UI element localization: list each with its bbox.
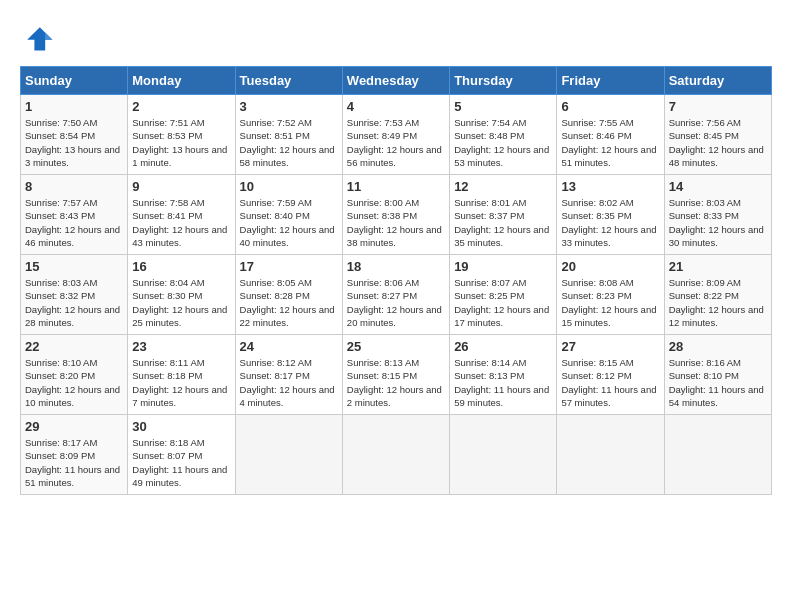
day-number: 18 xyxy=(347,259,445,274)
calendar-cell: 30 Sunrise: 8:18 AMSunset: 8:07 PMDaylig… xyxy=(128,415,235,495)
calendar-cell: 18 Sunrise: 8:06 AMSunset: 8:27 PMDaylig… xyxy=(342,255,449,335)
calendar-cell: 22 Sunrise: 8:10 AMSunset: 8:20 PMDaylig… xyxy=(21,335,128,415)
day-number: 7 xyxy=(669,99,767,114)
day-number: 12 xyxy=(454,179,552,194)
day-info: Sunrise: 8:03 AMSunset: 8:33 PMDaylight:… xyxy=(669,196,767,249)
day-info: Sunrise: 8:06 AMSunset: 8:27 PMDaylight:… xyxy=(347,276,445,329)
day-info: Sunrise: 8:00 AMSunset: 8:38 PMDaylight:… xyxy=(347,196,445,249)
calendar-cell: 14 Sunrise: 8:03 AMSunset: 8:33 PMDaylig… xyxy=(664,175,771,255)
calendar-cell: 4 Sunrise: 7:53 AMSunset: 8:49 PMDayligh… xyxy=(342,95,449,175)
calendar-cell: 11 Sunrise: 8:00 AMSunset: 8:38 PMDaylig… xyxy=(342,175,449,255)
day-info: Sunrise: 8:16 AMSunset: 8:10 PMDaylight:… xyxy=(669,356,767,409)
calendar-cell: 13 Sunrise: 8:02 AMSunset: 8:35 PMDaylig… xyxy=(557,175,664,255)
day-info: Sunrise: 7:58 AMSunset: 8:41 PMDaylight:… xyxy=(132,196,230,249)
day-number: 2 xyxy=(132,99,230,114)
calendar-cell xyxy=(342,415,449,495)
calendar-cell: 1 Sunrise: 7:50 AMSunset: 8:54 PMDayligh… xyxy=(21,95,128,175)
day-info: Sunrise: 7:54 AMSunset: 8:48 PMDaylight:… xyxy=(454,116,552,169)
day-number: 13 xyxy=(561,179,659,194)
day-info: Sunrise: 8:03 AMSunset: 8:32 PMDaylight:… xyxy=(25,276,123,329)
calendar-cell: 2 Sunrise: 7:51 AMSunset: 8:53 PMDayligh… xyxy=(128,95,235,175)
day-number: 23 xyxy=(132,339,230,354)
day-number: 10 xyxy=(240,179,338,194)
calendar-cell xyxy=(664,415,771,495)
calendar-week-4: 22 Sunrise: 8:10 AMSunset: 8:20 PMDaylig… xyxy=(21,335,772,415)
calendar-cell: 10 Sunrise: 7:59 AMSunset: 8:40 PMDaylig… xyxy=(235,175,342,255)
day-number: 30 xyxy=(132,419,230,434)
day-number: 20 xyxy=(561,259,659,274)
calendar-cell: 9 Sunrise: 7:58 AMSunset: 8:41 PMDayligh… xyxy=(128,175,235,255)
day-info: Sunrise: 8:07 AMSunset: 8:25 PMDaylight:… xyxy=(454,276,552,329)
day-info: Sunrise: 8:17 AMSunset: 8:09 PMDaylight:… xyxy=(25,436,123,489)
calendar-cell: 5 Sunrise: 7:54 AMSunset: 8:48 PMDayligh… xyxy=(450,95,557,175)
calendar-cell xyxy=(557,415,664,495)
calendar-cell: 16 Sunrise: 8:04 AMSunset: 8:30 PMDaylig… xyxy=(128,255,235,335)
calendar-cell: 3 Sunrise: 7:52 AMSunset: 8:51 PMDayligh… xyxy=(235,95,342,175)
calendar-table: SundayMondayTuesdayWednesdayThursdayFrid… xyxy=(20,66,772,495)
day-number: 16 xyxy=(132,259,230,274)
calendar-cell: 27 Sunrise: 8:15 AMSunset: 8:12 PMDaylig… xyxy=(557,335,664,415)
day-number: 26 xyxy=(454,339,552,354)
calendar-cell: 19 Sunrise: 8:07 AMSunset: 8:25 PMDaylig… xyxy=(450,255,557,335)
calendar-week-1: 1 Sunrise: 7:50 AMSunset: 8:54 PMDayligh… xyxy=(21,95,772,175)
day-number: 4 xyxy=(347,99,445,114)
weekday-header-saturday: Saturday xyxy=(664,67,771,95)
day-info: Sunrise: 7:57 AMSunset: 8:43 PMDaylight:… xyxy=(25,196,123,249)
weekday-header-monday: Monday xyxy=(128,67,235,95)
calendar-week-2: 8 Sunrise: 7:57 AMSunset: 8:43 PMDayligh… xyxy=(21,175,772,255)
day-number: 17 xyxy=(240,259,338,274)
day-info: Sunrise: 8:05 AMSunset: 8:28 PMDaylight:… xyxy=(240,276,338,329)
calendar-cell: 29 Sunrise: 8:17 AMSunset: 8:09 PMDaylig… xyxy=(21,415,128,495)
day-info: Sunrise: 7:50 AMSunset: 8:54 PMDaylight:… xyxy=(25,116,123,169)
calendar-cell: 25 Sunrise: 8:13 AMSunset: 8:15 PMDaylig… xyxy=(342,335,449,415)
day-info: Sunrise: 7:56 AMSunset: 8:45 PMDaylight:… xyxy=(669,116,767,169)
calendar-cell: 24 Sunrise: 8:12 AMSunset: 8:17 PMDaylig… xyxy=(235,335,342,415)
day-info: Sunrise: 8:04 AMSunset: 8:30 PMDaylight:… xyxy=(132,276,230,329)
calendar-cell: 21 Sunrise: 8:09 AMSunset: 8:22 PMDaylig… xyxy=(664,255,771,335)
day-info: Sunrise: 7:59 AMSunset: 8:40 PMDaylight:… xyxy=(240,196,338,249)
logo xyxy=(20,20,62,56)
day-number: 29 xyxy=(25,419,123,434)
calendar-week-3: 15 Sunrise: 8:03 AMSunset: 8:32 PMDaylig… xyxy=(21,255,772,335)
day-info: Sunrise: 7:53 AMSunset: 8:49 PMDaylight:… xyxy=(347,116,445,169)
weekday-header-friday: Friday xyxy=(557,67,664,95)
day-info: Sunrise: 7:51 AMSunset: 8:53 PMDaylight:… xyxy=(132,116,230,169)
day-info: Sunrise: 8:08 AMSunset: 8:23 PMDaylight:… xyxy=(561,276,659,329)
calendar-cell: 17 Sunrise: 8:05 AMSunset: 8:28 PMDaylig… xyxy=(235,255,342,335)
weekday-header-tuesday: Tuesday xyxy=(235,67,342,95)
day-info: Sunrise: 8:14 AMSunset: 8:13 PMDaylight:… xyxy=(454,356,552,409)
day-number: 3 xyxy=(240,99,338,114)
day-info: Sunrise: 8:15 AMSunset: 8:12 PMDaylight:… xyxy=(561,356,659,409)
day-number: 6 xyxy=(561,99,659,114)
calendar-cell: 8 Sunrise: 7:57 AMSunset: 8:43 PMDayligh… xyxy=(21,175,128,255)
day-number: 22 xyxy=(25,339,123,354)
weekday-header-wednesday: Wednesday xyxy=(342,67,449,95)
calendar-cell: 12 Sunrise: 8:01 AMSunset: 8:37 PMDaylig… xyxy=(450,175,557,255)
calendar-cell: 20 Sunrise: 8:08 AMSunset: 8:23 PMDaylig… xyxy=(557,255,664,335)
day-info: Sunrise: 7:52 AMSunset: 8:51 PMDaylight:… xyxy=(240,116,338,169)
day-number: 24 xyxy=(240,339,338,354)
calendar-cell: 15 Sunrise: 8:03 AMSunset: 8:32 PMDaylig… xyxy=(21,255,128,335)
day-info: Sunrise: 8:18 AMSunset: 8:07 PMDaylight:… xyxy=(132,436,230,489)
day-info: Sunrise: 8:12 AMSunset: 8:17 PMDaylight:… xyxy=(240,356,338,409)
day-info: Sunrise: 8:11 AMSunset: 8:18 PMDaylight:… xyxy=(132,356,230,409)
calendar-cell: 6 Sunrise: 7:55 AMSunset: 8:46 PMDayligh… xyxy=(557,95,664,175)
day-number: 28 xyxy=(669,339,767,354)
calendar-cell: 26 Sunrise: 8:14 AMSunset: 8:13 PMDaylig… xyxy=(450,335,557,415)
weekday-header-sunday: Sunday xyxy=(21,67,128,95)
logo-icon xyxy=(20,20,56,56)
page-header xyxy=(20,20,772,56)
day-number: 5 xyxy=(454,99,552,114)
day-info: Sunrise: 8:10 AMSunset: 8:20 PMDaylight:… xyxy=(25,356,123,409)
day-number: 1 xyxy=(25,99,123,114)
day-number: 27 xyxy=(561,339,659,354)
day-number: 21 xyxy=(669,259,767,274)
day-info: Sunrise: 8:01 AMSunset: 8:37 PMDaylight:… xyxy=(454,196,552,249)
day-info: Sunrise: 8:09 AMSunset: 8:22 PMDaylight:… xyxy=(669,276,767,329)
day-number: 8 xyxy=(25,179,123,194)
calendar-cell: 23 Sunrise: 8:11 AMSunset: 8:18 PMDaylig… xyxy=(128,335,235,415)
day-number: 11 xyxy=(347,179,445,194)
calendar-cell xyxy=(450,415,557,495)
weekday-header-row: SundayMondayTuesdayWednesdayThursdayFrid… xyxy=(21,67,772,95)
calendar-cell: 28 Sunrise: 8:16 AMSunset: 8:10 PMDaylig… xyxy=(664,335,771,415)
